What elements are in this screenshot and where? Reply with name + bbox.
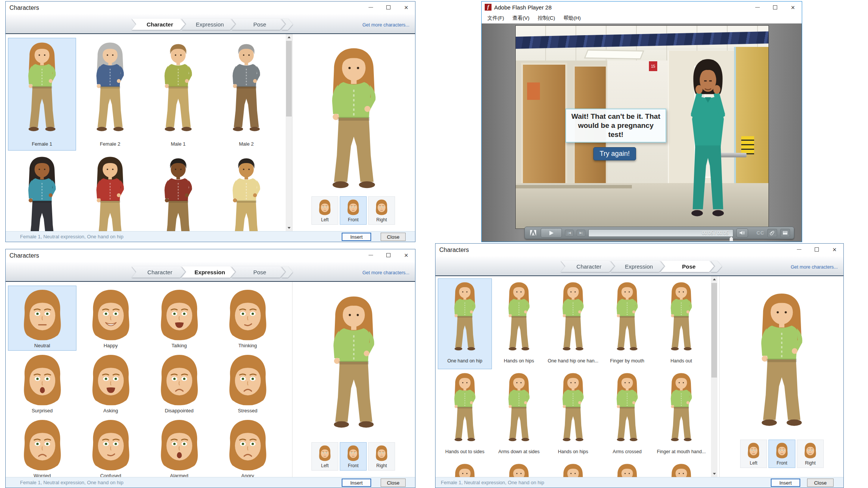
close-button[interactable]: × xyxy=(397,2,415,13)
pose-thumbnail[interactable]: Finger by mouth xyxy=(600,278,654,369)
close-dialog-button[interactable]: Close xyxy=(381,233,406,241)
insert-button[interactable]: Insert xyxy=(342,479,371,487)
volume-button[interactable] xyxy=(736,228,748,238)
scroll-down-button[interactable] xyxy=(286,225,292,231)
pose-thumbnail[interactable] xyxy=(600,460,654,477)
scroll-up-button[interactable] xyxy=(711,276,717,283)
menu-item[interactable]: 帮助(H) xyxy=(559,15,585,22)
character-thumbnail[interactable] xyxy=(144,152,212,231)
expression-thumbnail[interactable]: Alarmed xyxy=(145,416,213,477)
pose-thumbnail[interactable]: Hands on hips xyxy=(492,278,546,369)
try-again-button[interactable]: Try again! xyxy=(593,147,636,160)
character-thumbnail[interactable] xyxy=(76,152,144,231)
wizard-tab[interactable]: Pose xyxy=(661,261,714,272)
expression-thumbnail[interactable]: Stressed xyxy=(213,351,282,416)
orientation-option[interactable]: Right xyxy=(797,440,824,468)
scroll-up-button[interactable] xyxy=(286,34,292,40)
orientation-option[interactable]: Left xyxy=(740,440,767,468)
title-bar[interactable]: Characters × xyxy=(6,249,415,262)
character-thumbnail[interactable]: Male 2 xyxy=(212,38,280,151)
orientation-option[interactable]: Right xyxy=(368,442,395,471)
scroll-down-button[interactable] xyxy=(711,471,717,477)
scrollbar[interactable] xyxy=(711,276,717,477)
pose-thumbnail[interactable]: Arms crossed xyxy=(600,369,654,460)
expression-thumbnail[interactable]: Talking xyxy=(145,286,213,351)
orientation-option[interactable]: Right xyxy=(368,196,395,225)
minimize-button[interactable] xyxy=(362,2,380,13)
pose-thumbnail[interactable]: Arms down at sides xyxy=(492,369,546,460)
seek-bar[interactable]: 00:05 / 00:05 xyxy=(588,229,733,237)
maximize-button[interactable] xyxy=(766,2,784,13)
expression-thumbnail[interactable]: Worried xyxy=(8,416,76,477)
get-more-characters-link[interactable]: Get more characters... xyxy=(362,22,409,28)
wizard-tab[interactable]: Character xyxy=(561,261,614,272)
maximize-button[interactable] xyxy=(380,249,397,261)
pose-thumbnail[interactable]: Hands out to sides xyxy=(438,369,492,460)
close-dialog-button[interactable]: Close xyxy=(807,479,834,487)
character-thumbnail[interactable] xyxy=(8,152,76,231)
expression-thumbnail[interactable]: Disappointed xyxy=(145,351,213,416)
menu-item[interactable]: 文件(F) xyxy=(483,15,508,22)
orientation-option[interactable]: Front xyxy=(340,196,367,225)
minimize-button[interactable] xyxy=(790,244,808,255)
pose-thumbnail[interactable] xyxy=(492,460,546,477)
wizard-tab[interactable]: Character xyxy=(132,19,185,30)
pose-thumbnail[interactable]: Finger at mouth hand... xyxy=(654,369,708,460)
pose-thumbnail[interactable]: Hands out xyxy=(654,278,708,369)
wizard-tab[interactable]: Expression xyxy=(182,19,235,30)
expression-thumbnail[interactable]: Happy xyxy=(76,286,145,351)
title-bar[interactable]: Characters × xyxy=(436,244,843,256)
title-bar[interactable]: f Adobe Flash Player 28 × xyxy=(482,2,802,13)
orientation-option[interactable]: Left xyxy=(311,442,338,471)
attachment-button[interactable] xyxy=(767,229,777,237)
menu-item[interactable]: 控制(C) xyxy=(534,15,559,22)
previous-button[interactable]: |◀ xyxy=(565,230,574,236)
character-thumbnail[interactable]: Male 1 xyxy=(144,38,212,151)
wizard-tab[interactable]: Expression xyxy=(611,261,664,272)
pose-thumbnail[interactable] xyxy=(546,460,600,477)
maximize-button[interactable] xyxy=(380,2,397,13)
title-bar[interactable]: Characters × xyxy=(6,2,415,14)
wizard-tab[interactable]: Expression xyxy=(182,266,235,278)
character-thumbnail[interactable] xyxy=(212,152,280,231)
orientation-option[interactable]: Front xyxy=(768,440,795,468)
character-thumbnail[interactable]: Female 2 xyxy=(76,38,144,151)
minimize-button[interactable] xyxy=(748,2,766,13)
expression-thumbnail[interactable]: Neutral xyxy=(8,286,76,351)
pose-thumbnail[interactable]: One hand hip one han... xyxy=(546,278,600,369)
display-mode-button[interactable] xyxy=(780,229,790,237)
maximize-button[interactable] xyxy=(808,244,826,255)
closed-captions-button[interactable]: CC xyxy=(756,230,764,236)
character-thumbnail[interactable]: Female 1 xyxy=(8,38,76,151)
expression-thumbnail[interactable]: Angry xyxy=(213,416,282,477)
pose-thumbnail[interactable]: One hand on hip xyxy=(438,278,492,369)
scrollbar-thumb[interactable] xyxy=(286,41,292,117)
scrollbar-thumb[interactable] xyxy=(711,283,717,378)
expression-thumbnail[interactable]: Asking xyxy=(76,351,145,416)
menu-item[interactable]: 查看(V) xyxy=(508,15,534,22)
pose-thumbnail[interactable] xyxy=(438,460,492,477)
close-dialog-button[interactable]: Close xyxy=(381,479,406,487)
get-more-characters-link[interactable]: Get more characters... xyxy=(791,264,838,270)
close-button[interactable]: × xyxy=(784,2,802,13)
wizard-tab[interactable]: Character xyxy=(132,266,185,278)
scrollbar[interactable] xyxy=(286,34,292,231)
next-button[interactable]: ▶| xyxy=(577,230,585,236)
playhead-marker[interactable] xyxy=(730,237,733,241)
wizard-tab[interactable]: Pose xyxy=(232,19,285,30)
expression-thumbnail[interactable]: Surprised xyxy=(8,351,76,416)
pose-thumbnail[interactable]: Hands on hips xyxy=(546,369,600,460)
pose-thumbnail[interactable] xyxy=(654,460,708,477)
insert-button[interactable]: Insert xyxy=(771,479,800,487)
orientation-option[interactable]: Front xyxy=(340,442,367,471)
play-button[interactable] xyxy=(541,228,562,238)
close-button[interactable]: × xyxy=(826,244,843,255)
expression-thumbnail[interactable]: Thinking xyxy=(213,286,282,351)
get-more-characters-link[interactable]: Get more characters... xyxy=(362,270,409,275)
orientation-option[interactable]: Left xyxy=(311,196,338,225)
close-button[interactable]: × xyxy=(397,249,415,261)
expression-thumbnail[interactable]: Confused xyxy=(76,416,145,477)
wizard-tab[interactable]: Pose xyxy=(232,266,285,278)
minimize-button[interactable] xyxy=(362,249,380,261)
insert-button[interactable]: Insert xyxy=(342,233,371,241)
